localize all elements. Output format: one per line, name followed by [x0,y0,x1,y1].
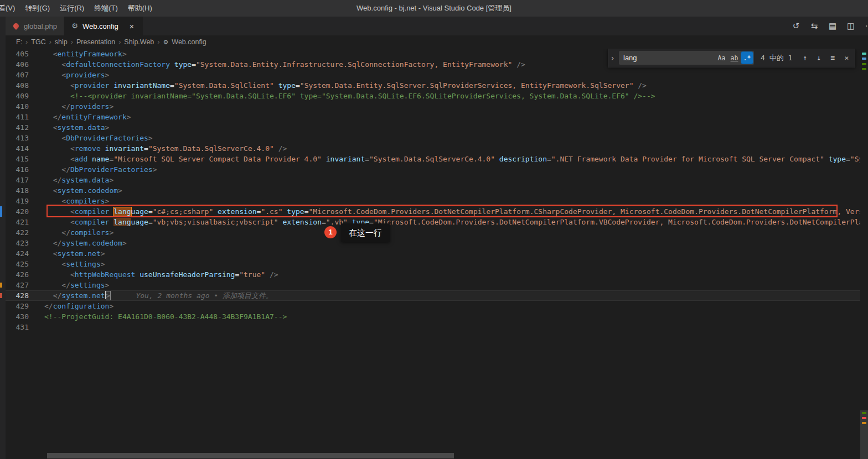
menu-item-0[interactable]: 看(V) [0,0,20,17]
overview-ruler-mark [862,58,866,60]
find-previous-button[interactable]: ↑ [799,52,811,64]
vscode-window: 看(V)转到(G)运行(R)终端(T)帮助(H) Web.config - bj… [0,0,868,459]
code-line-412[interactable]: 412 <system.data> [6,122,860,133]
line-number: 412 [6,122,29,133]
tab-global-php[interactable]: global.php [6,17,64,35]
breadcrumb-separator-icon: › [117,38,122,46]
find-input-box: Aa ab .* [619,51,754,65]
find-in-selection-button[interactable]: ≡ [827,52,839,64]
breadcrumb-item-4[interactable]: Ship.Web [124,38,154,46]
code-line-407[interactable]: 407 <providers> [6,70,860,80]
code-line-416[interactable]: 416 </DbProviderFactories> [6,164,860,175]
line-number: 428 [6,290,29,301]
breadcrumb-item-0[interactable]: F: [16,38,22,46]
menu-bar: 看(V)转到(G)运行(R)终端(T)帮助(H) [0,0,157,17]
layout-icon[interactable]: ▤ [827,20,838,32]
gutter-decoration [0,283,2,288]
find-input[interactable] [622,53,716,62]
overview-ruler [860,49,868,459]
code-line-419[interactable]: 419 <compilers> [6,196,860,206]
gutter-decoration [0,293,2,298]
tab-label: Web.config [82,22,118,30]
menu-item-1[interactable]: 转到(G) [20,0,55,17]
tabs: global.php⚙Web.config× [6,17,143,35]
horizontal-scrollbar-thumb[interactable] [47,453,454,458]
line-number: 405 [6,49,29,59]
line-number: 407 [6,70,29,80]
breadcrumb-item-5[interactable]: Web.config [172,38,206,46]
code-line-408[interactable]: 408 <provider invariantName="System.Data… [6,80,860,91]
code-area[interactable]: 405 <entityFramework>406 <defaultConnect… [6,49,860,332]
close-icon[interactable]: × [127,22,136,31]
open-changes-icon[interactable]: ⇆ [809,20,820,32]
breadcrumb-separator-icon: › [48,38,53,46]
find-close-button[interactable]: × [841,52,852,64]
breadcrumb-separator-icon: › [70,38,74,46]
tab-label: global.php [24,22,57,30]
gutter-decoration [0,206,2,217]
line-number: 413 [6,133,29,143]
breadcrumb-separator-icon: › [24,38,29,46]
code-line-429[interactable]: 429</configuration> [6,301,860,311]
line-number: 421 [6,217,29,227]
inline-blame-annotation: You, 2 months ago • 添加项目文件。 [136,291,273,300]
code-line-414[interactable]: 414 <remove invariant="System.Data.SqlSe… [6,143,860,154]
code-line-417[interactable]: 417 </system.data> [6,175,860,185]
whole-word-toggle[interactable]: ab [728,52,740,64]
timeline-icon[interactable]: ↺ [790,20,802,32]
menu-item-2[interactable]: 运行(R) [55,0,89,17]
code-line-418[interactable]: 418 <system.codedom> [6,185,860,196]
breadcrumb-item-1[interactable]: TGC [31,38,45,46]
code-line-427[interactable]: 427 </settings> [6,280,860,290]
line-number: 419 [6,196,29,206]
breadcrumb-item-3[interactable]: Presentation [76,38,115,46]
code-line-423[interactable]: 423 </system.codedom> [6,238,860,248]
line-number: 429 [6,301,29,311]
more-actions-icon[interactable]: ⋯ [864,20,868,32]
line-number: 410 [6,101,29,112]
split-editor-icon[interactable]: ◫ [845,20,856,32]
horizontal-scrollbar[interactable] [0,452,860,459]
menu-item-4[interactable]: 帮助(H) [123,0,157,17]
breadcrumb-item-2[interactable]: ship [55,38,68,46]
code-line-420[interactable]: 420 <compiler language="c#;cs;csharp" ex… [6,206,860,217]
line-number: 415 [6,154,29,164]
line-number: 406 [6,59,29,70]
overview-ruler-mark [862,53,866,55]
code-line-430[interactable]: 430<!--ProjectGuid: E4A161D0-B060-43B2-A… [6,311,860,322]
code-line-425[interactable]: 425 <settings> [6,259,860,269]
find-next-button[interactable]: ↓ [813,52,825,64]
php-file-icon [12,22,20,30]
editor-actions: ↺⇆▤◫⋯ [790,17,868,35]
find-results-count: 4 中的 1 [761,53,793,63]
line-number: 424 [6,248,29,259]
line-number: 420 [6,206,29,217]
overview-ruler-mark [862,68,866,70]
code-line-424[interactable]: 424 <system.net> [6,248,860,259]
menu-item-3[interactable]: 终端(T) [89,0,123,17]
code-line-426[interactable]: 426 <httpWebRequest useUnsafeHeaderParsi… [6,269,860,280]
regex-toggle[interactable]: .* [741,52,753,64]
line-number: 426 [6,269,29,280]
overview-ruler-mark [862,422,866,424]
code-line-428[interactable]: 428 </system.net>You, 2 months ago • 添加项… [6,290,860,301]
overview-ruler-mark [862,417,866,419]
tab-bar: global.php⚙Web.config× ↺⇆▤◫⋯ [0,17,868,35]
breadcrumb-separator-icon: › [156,38,161,46]
breadcrumb: F:›TGC›ship›Presentation›Ship.Web›⚙Web.c… [0,35,868,49]
code-line-409[interactable]: 409 <!--<provider invariantName="System.… [6,91,860,101]
code-line-413[interactable]: 413 <DbProviderFactories> [6,133,860,143]
match-case-toggle[interactable]: Aa [716,52,727,64]
overview-ruler-mark [862,412,866,414]
toggle-replace-chevron-icon[interactable]: › [608,49,617,67]
tab-web-config[interactable]: ⚙Web.config× [64,17,143,35]
code-line-421[interactable]: 421 <compiler language="vb;vbs;visualbas… [6,217,860,227]
line-number: 425 [6,259,29,269]
code-line-410[interactable]: 410 </providers> [6,101,860,112]
code-line-415[interactable]: 415 <add name="Microsoft SQL Server Comp… [6,154,860,164]
code-line-411[interactable]: 411 </entityFramework> [6,112,860,122]
code-line-422[interactable]: 422 </compilers> [6,227,860,238]
title-bar: 看(V)转到(G)运行(R)终端(T)帮助(H) Web.config - bj… [0,0,868,17]
code-line-431[interactable]: 431 [6,322,860,332]
line-number: 422 [6,227,29,238]
